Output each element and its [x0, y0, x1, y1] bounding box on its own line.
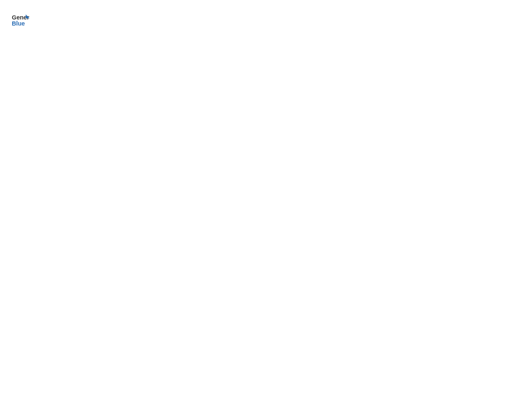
logo-icon: General Blue — [11, 11, 30, 30]
header: General Blue — [11, 11, 521, 30]
logo: General Blue — [11, 11, 30, 30]
svg-text:Blue: Blue — [11, 20, 25, 27]
